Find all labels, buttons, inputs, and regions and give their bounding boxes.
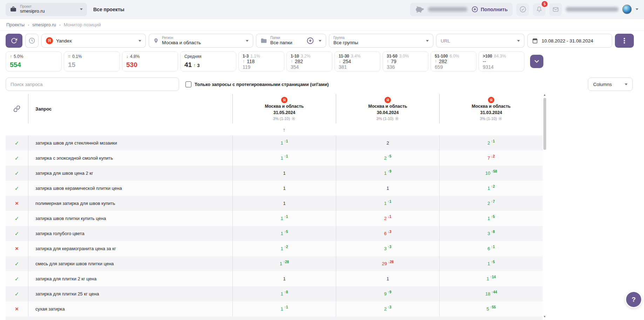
project-selector[interactable]: Проект smesipro.ru bbox=[6, 3, 87, 16]
position-cell[interactable]: 1 bbox=[232, 181, 336, 196]
position-value: 1 bbox=[281, 291, 283, 296]
topup-button[interactable]: Пополнить bbox=[472, 6, 508, 13]
account-menu-caret[interactable] bbox=[636, 8, 638, 10]
bucket-card[interactable]: 11-303.4%↓254381 bbox=[334, 51, 380, 72]
position-cell[interactable]: 6↑1 bbox=[439, 241, 543, 256]
gear-icon[interactable] bbox=[498, 116, 502, 121]
table-row[interactable]: ×полимерная затирка для швов купить11↑12… bbox=[6, 196, 543, 211]
yandex-icon: Я bbox=[46, 37, 53, 44]
summary-card[interactable]: Средняя41↑3 bbox=[180, 51, 236, 72]
summary-card[interactable]: =0.1%15 bbox=[64, 51, 120, 72]
tagged-filter[interactable]: Только запросы с протегированными страни… bbox=[185, 81, 329, 87]
table-row[interactable]: ✓затирка для швов цена 2 кг11↑910↑58 bbox=[6, 166, 543, 181]
position-cell[interactable]: 10↑58 bbox=[439, 166, 543, 181]
position-cell[interactable]: 1↑1 bbox=[232, 301, 336, 316]
table-row[interactable]: ×сухая затирка1↑12↑35↑55 bbox=[6, 301, 543, 316]
bucket-card[interactable]: 51-1006.0%↑282659 bbox=[431, 51, 476, 72]
position-cell[interactable]: 6↓3 bbox=[336, 226, 439, 241]
position-cell[interactable]: 9↑9 bbox=[336, 286, 439, 301]
gear-icon[interactable] bbox=[395, 116, 399, 121]
messages-button[interactable] bbox=[549, 3, 562, 16]
breadcrumb-project[interactable]: smesipro.ru bbox=[32, 22, 56, 27]
schedule-button[interactable] bbox=[25, 34, 39, 48]
position-cell[interactable]: 1↑28 bbox=[232, 256, 336, 271]
position-cell[interactable]: 1↑2 bbox=[439, 181, 543, 196]
target-url-column-header[interactable] bbox=[6, 94, 28, 124]
bucket-card[interactable]: 31-503.0%↑79336 bbox=[382, 51, 428, 72]
position-cell[interactable]: 2↑5 bbox=[336, 151, 439, 166]
position-cell[interactable]: 7↓2 bbox=[439, 151, 543, 166]
table-row[interactable]: ✓затирка голубого цвета1↑56↓33↑8 bbox=[6, 226, 543, 241]
position-cell[interactable]: 2↑3 bbox=[336, 301, 439, 316]
position-cell[interactable]: 1↑1 bbox=[336, 196, 439, 211]
tasks-button[interactable] bbox=[516, 3, 529, 16]
url-select[interactable]: URL bbox=[436, 34, 524, 48]
position-cell[interactable]: 1 bbox=[232, 196, 336, 211]
position-cell[interactable]: 29↓28 bbox=[336, 256, 439, 271]
add-folder-button[interactable] bbox=[306, 37, 314, 45]
table-row[interactable]: ✓затирка для плитки 25 кг цена1↑89↑918↑4… bbox=[6, 286, 543, 301]
table-row[interactable]: ✓затирка швов плитки купить цена1↑12↓11↑… bbox=[6, 211, 543, 226]
gear-icon[interactable] bbox=[291, 116, 296, 121]
position-cell[interactable]: 1↑2 bbox=[232, 241, 336, 256]
position-cell[interactable]: 2↑7 bbox=[439, 196, 543, 211]
scroll-down-icon[interactable]: ▼ bbox=[543, 315, 546, 319]
folders-select[interactable]: Папки Все папки bbox=[256, 34, 326, 48]
search-input[interactable] bbox=[6, 78, 179, 91]
position-cell[interactable]: 1 bbox=[232, 166, 336, 181]
summary-card[interactable]: ↑5.0%554 bbox=[6, 51, 62, 72]
breadcrumb-projects[interactable]: Проекты bbox=[6, 22, 25, 27]
notifications-button[interactable]: 5 bbox=[533, 3, 545, 16]
date-column-header[interactable]: ЯМосква и область30.04.20243% (1-10) bbox=[336, 94, 439, 124]
position-cell[interactable]: 1↑1 bbox=[232, 211, 336, 226]
position-cell[interactable]: 1 bbox=[336, 181, 439, 196]
position-cell[interactable]: 5↑55 bbox=[439, 301, 543, 316]
down-trend-icon: ↓ bbox=[126, 54, 128, 59]
table-row[interactable]: ✓затирка швов керамической плитки цена11… bbox=[6, 181, 543, 196]
position-cell[interactable]: 2↑1 bbox=[439, 135, 543, 151]
position-cell[interactable]: 1 bbox=[336, 271, 439, 286]
checkbox[interactable] bbox=[185, 81, 191, 87]
position-cell[interactable]: 2 bbox=[336, 135, 439, 151]
position-cell[interactable]: 1↑5 bbox=[439, 256, 543, 271]
bucket-card[interactable]: 1-31.1%↑118119 bbox=[238, 51, 284, 72]
all-projects-link[interactable]: Все проекты bbox=[93, 7, 124, 12]
scrollbar-thumb[interactable] bbox=[543, 98, 546, 150]
expand-summary-button[interactable] bbox=[530, 55, 543, 68]
table-row[interactable]: ✓затирка швов для стеклянной мозаики1↑12… bbox=[6, 135, 543, 151]
columns-button[interactable]: Columns bbox=[588, 78, 633, 91]
summary-card[interactable]: ↓4.8%530 bbox=[122, 51, 178, 72]
region-select[interactable]: Регион Москва и область bbox=[149, 34, 253, 48]
position-cell[interactable]: 3↑3 bbox=[336, 241, 439, 256]
scroll-up-icon[interactable]: ▲ bbox=[543, 93, 546, 97]
table-row[interactable]: ✓затирка для плитки 2 кг цена111↑14 bbox=[6, 271, 543, 286]
position-cell[interactable]: 1↑5 bbox=[232, 226, 336, 241]
more-actions-button[interactable] bbox=[615, 34, 634, 48]
date-range-picker[interactable]: 10.08.2022 - 31.08.2024 bbox=[527, 34, 612, 48]
position-cell[interactable]: 1↑1 bbox=[232, 151, 336, 166]
table-row[interactable]: ✓смесь для затирки швов плитки цена1↑282… bbox=[6, 256, 543, 271]
group-select[interactable]: Группа Все группы bbox=[329, 34, 433, 48]
help-button[interactable]: ? bbox=[626, 292, 641, 307]
sort-indicator[interactable]: ↑ bbox=[232, 127, 336, 133]
position-cell[interactable]: 1↑8 bbox=[232, 286, 336, 301]
search-engine-select[interactable]: Я Yandex bbox=[41, 34, 146, 48]
date-column-header[interactable]: ЯМосква и область31.05.20243% (1-10) bbox=[232, 94, 336, 124]
avatar[interactable] bbox=[622, 5, 632, 14]
position-cell[interactable]: 3↑8 bbox=[439, 226, 543, 241]
position-cell[interactable]: 18↑44 bbox=[439, 286, 543, 301]
position-cell[interactable]: 1↑14 bbox=[439, 271, 543, 286]
position-cell[interactable]: 2↓1 bbox=[336, 211, 439, 226]
position-cell[interactable]: 1 bbox=[232, 271, 336, 286]
vertical-scrollbar[interactable]: ▲ ▼ bbox=[543, 93, 547, 319]
refresh-button[interactable] bbox=[6, 34, 22, 48]
bucket-card[interactable]: >10084.3%--9314 bbox=[479, 51, 524, 72]
bucket-card[interactable]: 1-103.2%↑282354 bbox=[286, 51, 332, 72]
position-cell[interactable]: 1↑5 bbox=[439, 211, 543, 226]
table-row[interactable]: ✓затирка с эпоксидной смолой купить1↑12↑… bbox=[6, 151, 543, 166]
query-column-header[interactable]: Запрос bbox=[28, 94, 232, 124]
table-row[interactable]: ×затирка для керамогранита цена за кг1↑2… bbox=[6, 241, 543, 256]
position-cell[interactable]: 1↑9 bbox=[336, 166, 439, 181]
position-cell[interactable]: 1↑1 bbox=[232, 135, 336, 151]
date-column-header[interactable]: ЯМосква и область31.03.20243% (1-10) bbox=[439, 94, 543, 124]
